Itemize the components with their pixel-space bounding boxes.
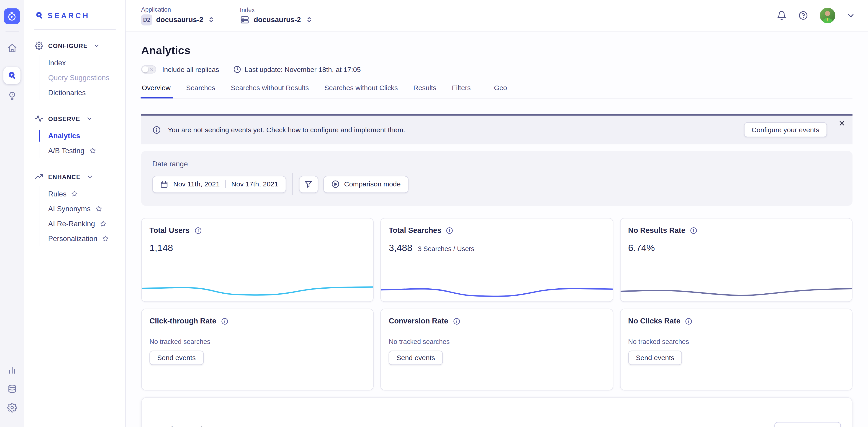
no-results-rate-sparkline	[620, 281, 852, 298]
avatar[interactable]	[820, 8, 835, 23]
group-label: CONFIGURE	[48, 42, 88, 49]
sidebar-item-personalization[interactable]: Personalization	[48, 231, 125, 246]
sidebar-item-ai-synonyms[interactable]: AI Synonyms	[48, 201, 125, 216]
monitoring-icon[interactable]	[7, 365, 17, 375]
tabs: Overview Searches Searches without Resul…	[141, 84, 852, 98]
date-start: Nov 11th, 2021	[174, 180, 220, 188]
account-menu-chevron-icon[interactable]	[847, 11, 855, 19]
tab-searches-without-clicks[interactable]: Searches without Clicks	[324, 84, 398, 98]
sidebar-item-dictionaries[interactable]: Dictionaries	[48, 85, 125, 100]
help-icon[interactable]	[798, 10, 808, 21]
index-icon	[240, 14, 250, 25]
star-icon[interactable]	[71, 190, 79, 198]
app-rail	[0, 0, 24, 427]
recommend-icon[interactable]	[7, 91, 17, 101]
star-icon[interactable]	[89, 147, 96, 154]
send-events-button[interactable]: Send events	[628, 351, 682, 365]
date-range-label: Date range	[152, 160, 841, 168]
send-events-button[interactable]: Send events	[389, 351, 443, 365]
home-icon[interactable]	[7, 43, 17, 53]
total-searches-card: Total Searches 3,488 3 Searches / Users	[380, 218, 613, 302]
card-title: Click-through Rate	[150, 317, 216, 325]
close-icon[interactable]	[839, 120, 845, 127]
tab-searches[interactable]: Searches	[185, 84, 216, 98]
algolia-dashboard: SEARCH CONFIGURE	[0, 0, 868, 427]
select-series-button[interactable]: Select series	[775, 422, 841, 427]
last-update: Last update: November 18th, at 17:05	[233, 65, 361, 73]
nav-group-configure: CONFIGURE Index Query Suggestions Dictio…	[35, 41, 125, 100]
info-icon[interactable]	[690, 227, 698, 234]
info-icon[interactable]	[221, 317, 228, 325]
search-logo-icon	[35, 11, 44, 21]
sidebar-item-index[interactable]: Index	[48, 55, 125, 70]
total-users-card: Total Users 1,148	[141, 218, 374, 302]
toggle-label: Include all replicas	[162, 66, 219, 73]
info-icon[interactable]	[446, 227, 454, 234]
star-icon[interactable]	[102, 235, 109, 242]
application-value: docusaurus-2	[156, 15, 203, 24]
top-header: Application D2 docusaurus-2 Index docusa…	[126, 0, 868, 31]
info-icon[interactable]	[453, 317, 460, 325]
logo[interactable]: SEARCH	[24, 0, 125, 21]
empty-state-text: No tracked searches	[150, 338, 365, 346]
sidebar-item-ab-testing[interactable]: A/B Testing	[48, 143, 125, 158]
trends-title: Trends Overview	[153, 425, 213, 427]
sidebar-item-rules[interactable]: Rules	[48, 187, 125, 201]
index-label: Index	[240, 6, 313, 13]
trends-overview-card: Trends Overview Select series	[141, 397, 852, 427]
clock-icon	[233, 65, 241, 73]
sidebar-item-ai-re-ranking[interactable]: AI Re-Ranking	[48, 216, 125, 231]
date-range-button[interactable]: Nov 11th, 2021 Nov 17th, 2021	[152, 175, 286, 193]
group-header-observe[interactable]: OBSERVE	[35, 114, 125, 123]
divider	[225, 180, 226, 188]
click-through-rate-card: Click-through Rate No tracked searches S…	[141, 309, 374, 391]
sidebar-item-analytics[interactable]: Analytics	[48, 128, 125, 143]
group-label: ENHANCE	[48, 173, 81, 180]
chevron-down-icon	[827, 426, 833, 427]
card-value: 6.74%	[628, 243, 655, 254]
tab-overview[interactable]: Overview	[141, 84, 171, 98]
toggle-knob	[142, 66, 148, 73]
card-value: 1,148	[150, 243, 173, 254]
stepper-icon[interactable]	[305, 15, 313, 24]
filter-funnel-button[interactable]	[299, 175, 318, 193]
no-results-rate-card: No Results Rate 6.74%	[620, 218, 852, 302]
tab-results[interactable]: Results	[413, 84, 437, 98]
page-title: Analytics	[141, 44, 852, 57]
data-icon[interactable]	[7, 384, 17, 394]
chevron-down-icon	[87, 174, 93, 180]
metric-cards-row: Total Users 1,148 Total Searches 3,488	[141, 218, 852, 302]
divider	[292, 173, 292, 195]
application-selector[interactable]: Application D2 docusaurus-2	[141, 6, 216, 25]
sidebar-item-query-suggestions[interactable]: Query Suggestions	[48, 70, 125, 85]
settings-icon[interactable]	[7, 403, 17, 413]
conversion-rate-card: Conversion Rate No tracked searches Send…	[380, 309, 613, 391]
star-icon[interactable]	[99, 220, 106, 227]
stepper-icon[interactable]	[207, 15, 215, 24]
tab-geo[interactable]: Geo	[493, 84, 507, 98]
include-replicas-toggle[interactable]	[141, 65, 156, 73]
info-icon[interactable]	[685, 317, 692, 325]
index-value: docusaurus-2	[254, 15, 301, 24]
date-range-panel: Date range Nov 11th, 2021 Nov 17th, 2021	[141, 151, 852, 206]
group-header-enhance[interactable]: ENHANCE	[35, 172, 125, 181]
comparison-mode-button[interactable]: Comparison mode	[323, 175, 408, 193]
banner-message: You are not sending events yet. Check ho…	[168, 126, 405, 134]
star-icon[interactable]	[95, 205, 102, 212]
timer-app-icon[interactable]	[4, 8, 20, 24]
tab-searches-without-results[interactable]: Searches without Results	[230, 84, 310, 98]
event-cards-row: Click-through Rate No tracked searches S…	[141, 309, 852, 391]
group-header-configure[interactable]: CONFIGURE	[35, 41, 125, 50]
trending-up-icon	[35, 172, 43, 181]
index-selector[interactable]: Index docusaurus-2	[240, 6, 313, 25]
search-product-icon[interactable]	[3, 67, 21, 84]
tab-filters[interactable]: Filters	[451, 84, 471, 98]
configure-events-button[interactable]: Configure your events	[744, 122, 827, 137]
card-note: 3 Searches / Users	[418, 245, 474, 253]
play-circle-icon	[331, 180, 340, 189]
total-searches-sparkline	[381, 281, 612, 298]
send-events-button[interactable]: Send events	[150, 351, 204, 365]
notifications-bell-icon[interactable]	[777, 10, 787, 21]
main-content: Analytics Include all replicas Last upda…	[126, 31, 868, 427]
info-icon[interactable]	[194, 227, 202, 234]
